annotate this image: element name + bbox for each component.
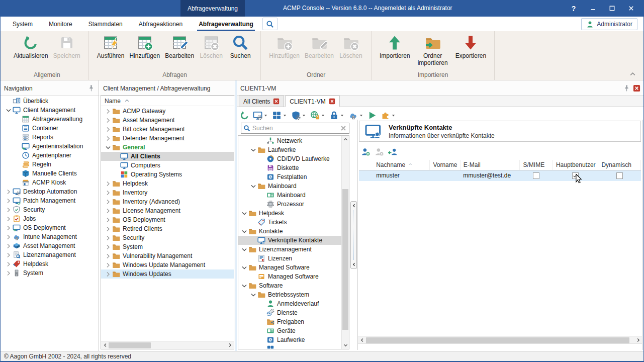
titlebar-active-tab[interactable]: Abfrageverwaltung <box>180 0 245 17</box>
tree-item-system[interactable]: System <box>101 242 234 251</box>
tree-item-helpdesk[interactable]: Helpdesk <box>101 179 234 188</box>
tree-item-manuelle-clients[interactable]: Manuelle Clients <box>1 169 98 178</box>
tree-item-license-management[interactable]: License Management <box>101 206 234 215</box>
menu-system[interactable]: System <box>5 17 41 31</box>
tree-item-netzwerk[interactable]: Netzwerk <box>238 136 341 145</box>
collapse-left-icon[interactable] <box>351 262 356 267</box>
search-input[interactable]: Suchen <box>241 123 349 134</box>
pin-icon[interactable] <box>623 84 630 92</box>
tree-vertical-scrollbar[interactable] <box>341 136 349 349</box>
tree-item-agenteninstallation[interactable]: Agenteninstallation <box>1 142 98 151</box>
menu-abfrageverwaltung[interactable]: Abfrageverwaltung <box>191 17 261 31</box>
tree-item-acmp-kiosk[interactable]: ACMP Kiosk <box>1 178 98 187</box>
ribbon-exportieren-button[interactable]: Exportieren <box>453 33 488 60</box>
tree-item-managed-software[interactable]: Managed Software <box>238 263 341 272</box>
tree-item-system[interactable]: System <box>1 268 98 278</box>
tree-item-security[interactable]: Security <box>101 233 234 242</box>
toolbar-refresh-button[interactable] <box>240 111 249 120</box>
tree-item-desktop-automation[interactable]: Desktop Automation <box>1 187 98 196</box>
scroll-thumb[interactable] <box>342 189 348 330</box>
tree-item-mainboard[interactable]: Mainboard <box>238 191 341 200</box>
tree-item-general[interactable]: General <box>101 143 234 152</box>
checkbox-s-mime[interactable] <box>533 172 539 179</box>
tree-item-computers[interactable]: Computers <box>101 161 234 170</box>
tree-item-betriebssystem[interactable]: Betriebssystem <box>238 290 341 299</box>
toolbar-play-button[interactable] <box>367 111 377 120</box>
column-header-name[interactable]: Name <box>101 96 234 106</box>
tree-item-reports[interactable]: Reports <box>1 133 98 142</box>
scroll-left-icon[interactable] <box>102 342 109 348</box>
scroll-thumb[interactable] <box>366 337 629 343</box>
tree-item-dienste[interactable]: Dienste <box>238 308 341 317</box>
tree-item-laufwerke[interactable]: Laufwerke <box>238 145 341 154</box>
tree-item-ger-te[interactable]: Geräte <box>238 326 341 335</box>
tree-item-patch-management[interactable]: Patch Management <box>1 196 98 205</box>
minimize-button[interactable] <box>583 2 602 16</box>
tree-item-verkn-pfte-kontakte[interactable]: Verknüpfte Kontakte <box>238 236 341 245</box>
maximize-button[interactable] <box>602 2 621 16</box>
tree-item-inventory[interactable]: Inventory <box>101 188 234 197</box>
column-vorname[interactable]: Vorname <box>430 160 460 170</box>
titlebar[interactable]: Abfrageverwaltung ACMP Console -- Versio… <box>1 0 643 17</box>
tree-item-jobs[interactable]: Jobs <box>1 214 98 223</box>
ribbon-ordner-importieren-button[interactable]: Ordner importieren <box>413 33 452 67</box>
person-transfer-button[interactable] <box>388 147 397 156</box>
dropdown-icon[interactable] <box>301 113 307 118</box>
tree-item-item[interactable] <box>238 344 341 349</box>
tree-item-lizenzen[interactable]: Lizenzen <box>238 254 341 263</box>
tree-item-festplatten[interactable]: Festplatten <box>238 172 341 182</box>
tree-item-prozessor[interactable]: Prozessor <box>238 200 341 209</box>
tree-item-operating-systems[interactable]: Operating Systems <box>101 170 234 179</box>
column-e-mail[interactable]: E-Mail <box>460 160 520 170</box>
help-button[interactable]: ? <box>564 2 583 16</box>
tree-item-security[interactable]: Security <box>1 205 98 214</box>
tree-item-tickets[interactable]: Tickets <box>238 218 341 227</box>
dropdown-icon[interactable] <box>339 113 345 118</box>
tree-item-bitlocker-management[interactable]: BitLocker Management <box>101 125 234 134</box>
tree-item-diskette[interactable]: Diskette <box>238 163 341 172</box>
tree-item-mainboard[interactable]: Mainboard <box>238 182 341 191</box>
tree-item-os-deployment[interactable]: OS Deployment <box>1 223 98 232</box>
tree-item-freigaben[interactable]: Freigaben <box>238 317 341 326</box>
table-row[interactable]: mmustermmuster@test.de <box>359 170 641 181</box>
tree-item-inventory-advanced[interactable]: Inventory (Advanced) <box>101 197 234 206</box>
toolbar-puzzle-button[interactable] <box>381 111 396 120</box>
menu-search-button[interactable] <box>262 18 278 30</box>
tree-item-abfrageverwaltung[interactable]: Abfrageverwaltung <box>1 115 98 124</box>
tree-item-lizenzmanagement[interactable]: Lizenzmanagement <box>1 250 98 259</box>
tree-item-laufwerke[interactable]: Laufwerke <box>238 335 341 344</box>
tab-close-icon[interactable] <box>273 98 280 105</box>
administrator-button[interactable]: Administrator <box>581 18 637 30</box>
tree-item-vulnerability-management[interactable]: Vulnerability Management <box>101 251 234 260</box>
column-nachname[interactable]: Nachname <box>373 160 430 170</box>
ribbon-collapse-icon[interactable] <box>629 70 636 78</box>
tree-item-windows-updates[interactable]: Windows Updates <box>101 269 234 279</box>
scroll-up-icon[interactable] <box>342 136 349 143</box>
tab-client1-vm[interactable]: CLIENT1-VM <box>285 96 339 107</box>
toolbar-shield-gear-button[interactable] <box>291 111 307 120</box>
tree-item-kontakte[interactable]: Kontakte <box>238 227 341 236</box>
query-horizontal-scrollbar[interactable] <box>101 341 234 349</box>
tree-item-os-deployment[interactable]: OS Deployment <box>101 215 234 224</box>
tree-item-helpdesk[interactable]: Helpdesk <box>1 259 98 268</box>
checkbox-dynamisch[interactable] <box>616 172 623 179</box>
tree-item-acmp-gateway[interactable]: ACMP Gateway <box>101 107 234 116</box>
tree-item-windows-update-management[interactable]: Windows Update Management <box>101 260 234 269</box>
scroll-right-icon[interactable] <box>226 342 233 348</box>
ribbon-suchen-button[interactable]: Suchen <box>226 33 254 60</box>
tree-item-client-management[interactable]: Client Management <box>1 106 98 115</box>
scroll-left-icon[interactable] <box>358 337 365 343</box>
tree-item-intune-management[interactable]: Intune Management <box>1 232 98 241</box>
tree-item-container[interactable]: Container <box>1 124 98 133</box>
dropdown-icon[interactable] <box>358 113 364 118</box>
tree-item-lizenzmanagement[interactable]: Lizenzmanagement <box>238 245 341 254</box>
toolbar-lock-button[interactable] <box>329 111 345 120</box>
pin-icon[interactable] <box>87 84 95 92</box>
tree-item-cd-dvd-laufwerke[interactable]: CD/DVD Laufwerke <box>238 154 341 163</box>
panel-close-icon[interactable] <box>633 84 640 92</box>
tree-item-berblick[interactable]: Überblick <box>1 97 98 106</box>
tree-item-defender-management[interactable]: Defender Management <box>101 134 234 143</box>
clear-search-icon[interactable] <box>340 125 347 132</box>
ribbon-importieren-button[interactable]: Importieren <box>378 33 412 60</box>
collapse-splitter[interactable] <box>350 201 357 269</box>
